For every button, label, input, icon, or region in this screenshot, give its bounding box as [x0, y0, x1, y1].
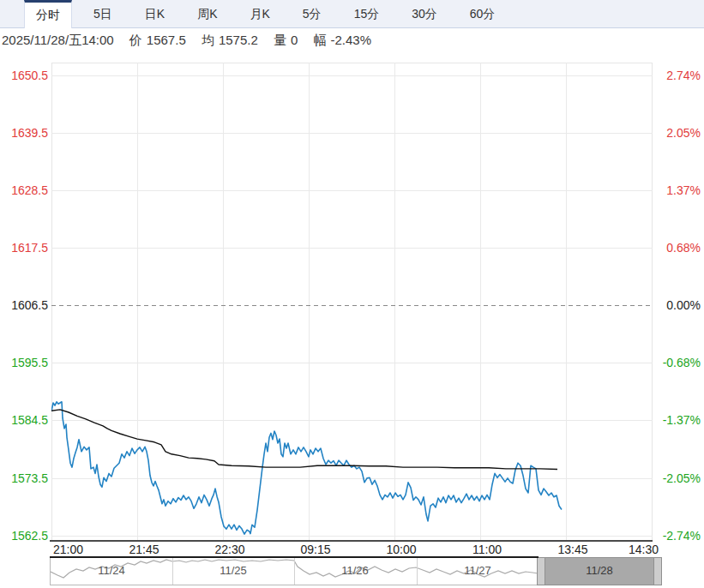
- tab-60min[interactable]: 60分: [459, 0, 507, 27]
- y-left-tick: 1639.5: [3, 125, 48, 141]
- y-left-tick: 1595.5: [3, 355, 48, 370]
- navigator-date-11-28[interactable]: 11/28: [539, 564, 660, 577]
- y-right-tick: 0.68%: [652, 240, 701, 255]
- navigator-date-11-26[interactable]: 11/26: [294, 564, 416, 577]
- y-left-tick: 1573.5: [3, 471, 48, 486]
- x-tick: 10:00: [376, 543, 427, 556]
- tab-weekly-k[interactable]: 周K: [186, 0, 228, 27]
- navigator-date-11-27[interactable]: 11/27: [417, 564, 539, 577]
- x-tick: 09:15: [290, 543, 341, 556]
- chart-app: 分时 5日 日K 周K 月K 5分 15分 30分 60分 2025/11/28…: [0, 0, 704, 588]
- y-right-tick: -2.74%: [652, 528, 701, 543]
- quote-datetime: 2025/11/28/五14:00: [2, 33, 114, 47]
- x-tick: 22:30: [204, 543, 256, 556]
- x-tick: 21:00: [53, 543, 105, 556]
- average-line: [51, 410, 557, 470]
- x-axis-line: [50, 540, 653, 542]
- quote-average: 均1575.2: [202, 33, 258, 47]
- quote-change: 幅-2.43%: [313, 33, 371, 47]
- y-right-tick: 2.74%: [652, 68, 701, 83]
- tab-monthly-k[interactable]: 月K: [238, 0, 280, 27]
- y-right-tick-zero: 0.00%: [652, 297, 701, 313]
- navigator-date-11-25[interactable]: 11/25: [172, 564, 294, 577]
- y-right-tick: 1.37%: [652, 183, 701, 198]
- y-left-tick: 1650.5: [3, 68, 48, 83]
- y-right-tick: -2.05%: [652, 471, 701, 486]
- quote-infobar: 2025/11/28/五14:00 价1567.5 均1575.2 量0 幅-2…: [2, 28, 383, 52]
- tab-5day[interactable]: 5日: [82, 0, 123, 27]
- date-navigator[interactable]: 11/24 11/25 11/26 11/27 11/28: [50, 557, 661, 585]
- tab-fenshi[interactable]: 分时: [24, 0, 72, 28]
- quote-volume: 量0: [274, 33, 298, 47]
- tab-15min[interactable]: 15分: [343, 0, 391, 27]
- tab-30min[interactable]: 30分: [400, 0, 448, 27]
- y-right-tick: -0.68%: [652, 355, 701, 370]
- y-right-tick: -1.37%: [652, 412, 701, 428]
- y-left-tick-prev-close: 1606.5: [3, 297, 48, 313]
- x-tick: 13:45: [547, 543, 599, 556]
- navigator-date-11-24[interactable]: 11/24: [51, 564, 172, 577]
- y-left-tick: 1628.5: [3, 183, 48, 198]
- tab-5min[interactable]: 5分: [292, 0, 333, 27]
- x-tick: 14:30: [619, 543, 659, 556]
- y-left-tick: 1562.5: [3, 528, 48, 543]
- x-tick: 21:45: [118, 543, 170, 556]
- tab-daily-k[interactable]: 日K: [134, 0, 176, 27]
- y-left-tick: 1617.5: [3, 240, 48, 255]
- navigator-top-line: [50, 556, 539, 558]
- y-right-tick: 2.05%: [652, 125, 701, 141]
- period-tabbar: 分时 5日 日K 周K 月K 5分 15分 30分 60分: [0, 0, 704, 28]
- y-left-tick: 1584.5: [3, 412, 48, 428]
- x-tick: 11:00: [461, 543, 513, 556]
- quote-price: 价1567.5: [129, 33, 186, 47]
- plot-area[interactable]: [51, 63, 653, 541]
